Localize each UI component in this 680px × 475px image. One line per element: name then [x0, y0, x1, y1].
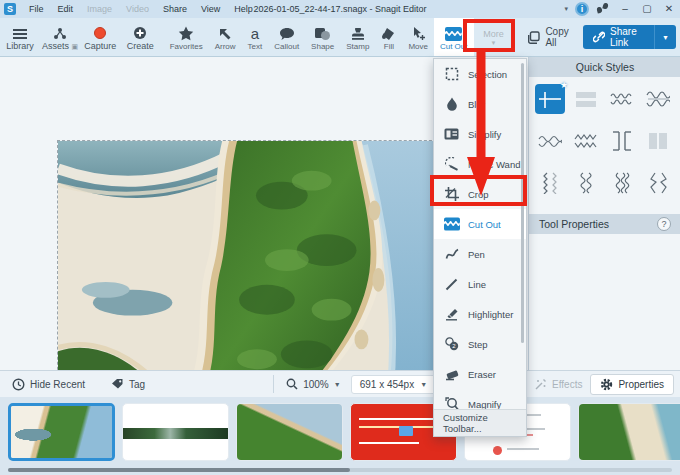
tool-stamp[interactable]: Stamp — [340, 18, 375, 56]
style-horizontal-wave-small[interactable] — [607, 84, 637, 114]
crop-icon — [443, 187, 460, 201]
tool-more[interactable]: More ▼ — [474, 18, 514, 56]
share-link-caret-icon[interactable]: ▼ — [654, 25, 676, 49]
effects-wand-icon — [534, 378, 547, 391]
style-vertical-wave[interactable] — [571, 168, 601, 198]
footprints-icon[interactable] — [596, 3, 610, 15]
copy-all-button[interactable]: Copy All — [527, 18, 575, 56]
selection-icon — [443, 67, 460, 81]
style-horizontal-wave[interactable] — [535, 126, 565, 156]
cut-out-icon — [443, 217, 460, 231]
thumbnail-island-aerial[interactable] — [8, 403, 115, 461]
maximize-button[interactable]: ▢ — [636, 0, 658, 18]
simplify-icon — [443, 128, 460, 140]
menu-file[interactable]: File — [22, 0, 51, 18]
tool-properties-body — [529, 234, 680, 370]
eraser-icon — [443, 368, 460, 381]
style-horizontal-straight[interactable] — [571, 84, 601, 114]
title-dropdown-icon[interactable]: ▾ — [560, 5, 572, 13]
more-caret-icon: ▼ — [490, 40, 496, 46]
menu-item-blur[interactable]: Blur — [434, 89, 526, 119]
tag-icon — [111, 378, 124, 390]
tool-shape[interactable]: Shape — [305, 18, 340, 56]
style-vertical-double-wave[interactable] — [607, 168, 637, 198]
zoom-caret-icon: ▼ — [334, 381, 341, 388]
quick-styles-header: Quick Styles — [529, 57, 680, 77]
tool-arrow[interactable]: Arrow — [209, 18, 242, 56]
gear-icon — [600, 378, 613, 391]
assets-button[interactable]: Assets ▣ — [40, 18, 80, 56]
info-icon[interactable]: i — [575, 2, 589, 16]
tool-callout[interactable]: Callout — [268, 18, 305, 56]
more-tools-dropdown: Selection Blur Simplify Magic Wand Crop — [433, 58, 527, 437]
highlighter-icon — [443, 307, 460, 321]
arrow-icon — [218, 24, 232, 41]
stamp-icon — [351, 24, 365, 41]
share-link-button[interactable]: Share Link ▼ — [583, 25, 676, 49]
thumbnail-island-water[interactable] — [236, 403, 343, 461]
blur-icon — [443, 97, 460, 111]
menu-item-eraser[interactable]: Eraser — [434, 359, 526, 389]
create-icon — [133, 23, 147, 40]
tool-fill[interactable]: Fill — [375, 18, 402, 56]
callout-icon — [279, 24, 295, 41]
tool-text[interactable]: a Text — [242, 18, 269, 56]
tool-cut-out[interactable]: Cut Out — [434, 18, 474, 56]
text-icon: a — [251, 24, 259, 41]
style-vertical-lightning[interactable] — [643, 168, 673, 198]
style-horizontal-straight-selected[interactable]: ★ — [535, 84, 565, 114]
menu-item-step[interactable]: 2 Step — [434, 329, 526, 359]
star-icon — [178, 24, 194, 41]
menu-image: Image — [80, 0, 119, 18]
favorite-star-icon: ★ — [560, 80, 568, 90]
snagit-editor-window: S File Edit Image Video Share View Help … — [0, 0, 680, 475]
tag-button[interactable]: Tag — [111, 378, 145, 390]
style-vertical-plain[interactable] — [643, 126, 673, 156]
capture-button[interactable]: Capture — [80, 18, 120, 56]
magic-wand-icon — [443, 157, 460, 171]
tool-move[interactable]: Move — [402, 18, 434, 56]
style-vertical-zigzag-small[interactable] — [535, 168, 565, 198]
capture-icon — [93, 23, 107, 40]
menu-scrollbar[interactable] — [521, 63, 524, 343]
thumbnail-beach-aerial[interactable] — [578, 403, 680, 461]
properties-button[interactable]: Properties — [590, 374, 674, 395]
menu-item-simplify[interactable]: Simplify — [434, 119, 526, 149]
menu-share[interactable]: Share — [156, 0, 194, 18]
style-horizontal-wave-large[interactable] — [643, 84, 673, 114]
help-icon[interactable]: ? — [657, 217, 671, 231]
captured-image[interactable] — [57, 140, 452, 395]
copy-icon — [527, 31, 540, 44]
dimensions-caret-icon: ▼ — [420, 381, 427, 388]
close-button[interactable]: ✕ — [658, 0, 680, 18]
thumbnail-panorama-strip[interactable] — [122, 403, 229, 461]
tool-favorites[interactable]: Favorites — [164, 18, 209, 56]
menu-item-highlighter[interactable]: Highlighter — [434, 299, 526, 329]
cut-out-icon — [445, 24, 462, 41]
snagit-logo-icon: S — [4, 3, 16, 15]
style-vertical-straight[interactable] — [607, 126, 637, 156]
menu-edit[interactable]: Edit — [51, 0, 81, 18]
library-button[interactable]: Library — [0, 18, 40, 56]
menu-help[interactable]: Help — [227, 0, 260, 18]
link-icon — [593, 31, 605, 43]
menu-item-crop[interactable]: Crop — [434, 179, 526, 209]
customize-toolbar-item[interactable]: Customize Toolbar... — [434, 409, 526, 436]
move-icon — [411, 24, 426, 41]
dimensions-dropdown[interactable]: 691 x 454px ▼ — [351, 375, 436, 394]
menu-item-magic-wand[interactable]: Magic Wand — [434, 149, 526, 179]
create-button[interactable]: Create — [120, 18, 160, 56]
menu-video: Video — [119, 0, 156, 18]
minimize-button[interactable]: – — [614, 0, 636, 18]
style-horizontal-zigzag[interactable] — [571, 126, 601, 156]
titlebar: S File Edit Image Video Share View Help … — [0, 0, 680, 18]
menu-item-pen[interactable]: Pen — [434, 239, 526, 269]
menu-item-selection[interactable]: Selection — [434, 59, 526, 89]
menu-item-cut-out[interactable]: Cut Out — [434, 209, 526, 239]
menu-item-line[interactable]: Line — [434, 269, 526, 299]
tray-scrollbar[interactable] — [8, 468, 672, 472]
hide-recent-button[interactable]: Hide Recent — [12, 378, 85, 391]
line-icon — [443, 278, 460, 291]
zoom-control[interactable]: 100% ▼ — [286, 378, 341, 390]
menu-view[interactable]: View — [194, 0, 227, 18]
